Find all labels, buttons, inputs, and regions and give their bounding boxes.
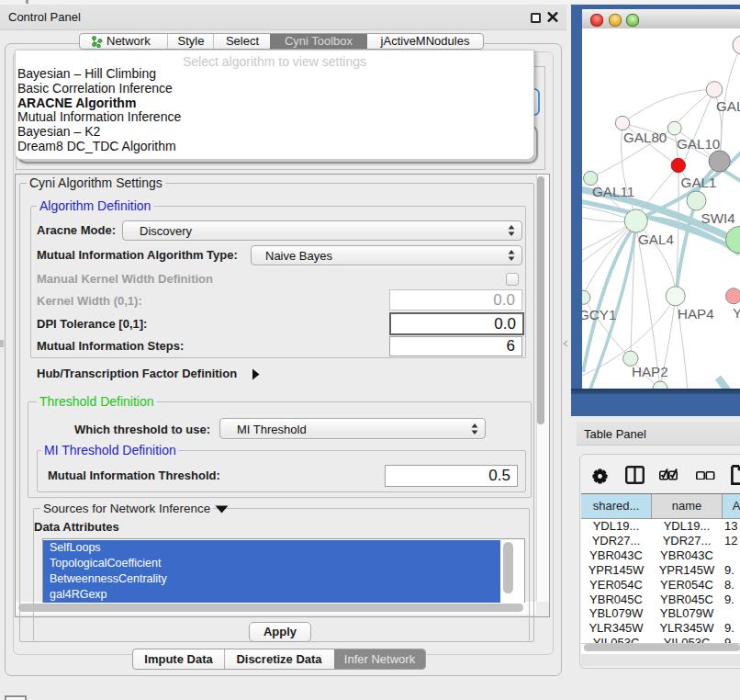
svg-text:GAL11: GAL11 [592, 184, 634, 199]
svg-text:GAL80: GAL80 [623, 130, 667, 145]
svg-text:GAL1: GAL1 [681, 175, 717, 190]
svg-text:GAL: GAL [716, 98, 740, 114]
svg-text:GCY1: GCY1 [582, 307, 616, 322]
svg-text:HAP4: HAP4 [678, 306, 714, 322]
svg-text:HAP2: HAP2 [632, 364, 668, 379]
svg-text:GAL10: GAL10 [677, 136, 720, 152]
svg-text:Y: Y [733, 305, 740, 321]
svg-text:SWI4: SWI4 [701, 210, 735, 226]
svg-text:GAL4: GAL4 [638, 231, 674, 247]
